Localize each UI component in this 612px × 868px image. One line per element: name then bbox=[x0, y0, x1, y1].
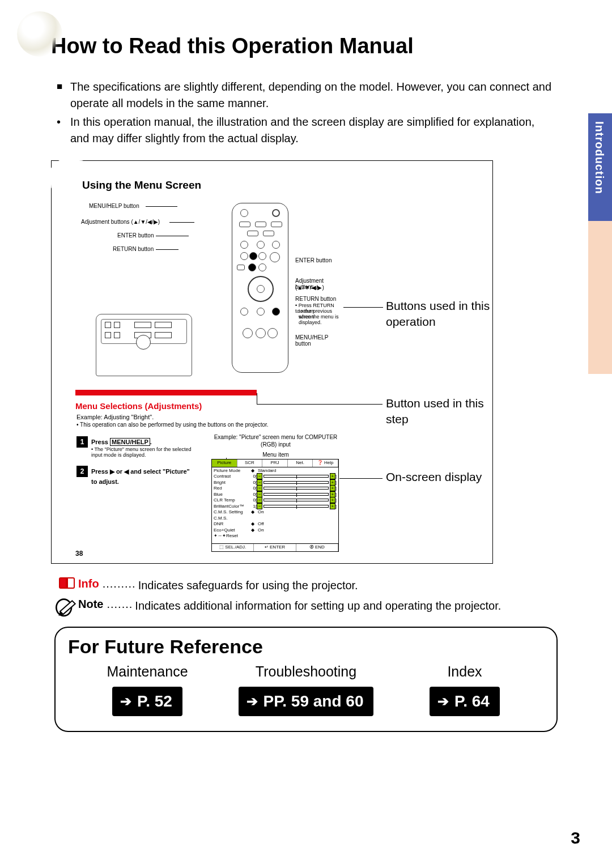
book-icon bbox=[56, 577, 78, 590]
osd-footer: ⬚ SEL./ADJ. ↵ ENTER ⦿ END bbox=[212, 543, 338, 551]
osd-row: C.M.S. Setting◆On bbox=[212, 509, 338, 516]
label-menu-help-r: MENU/HELP button bbox=[295, 334, 339, 347]
osd-mock: Example: "Picture" screen menu for COMPU… bbox=[211, 459, 339, 552]
page-ref-maintenance[interactable]: ➔ P. 52 bbox=[112, 687, 182, 716]
remote-button bbox=[240, 209, 248, 217]
annotation-line bbox=[343, 307, 383, 308]
remote-button bbox=[240, 241, 248, 249]
info-dots: ......... bbox=[103, 577, 136, 590]
osd-tab: PRJ bbox=[262, 459, 288, 467]
step-2: 2 Press ▶ or ◀ and select "Picture" to a… bbox=[76, 466, 196, 486]
panel-button bbox=[155, 332, 172, 338]
panel-button bbox=[114, 322, 120, 328]
return-hint-3: when the menu is bbox=[299, 314, 339, 320]
projector-illustration bbox=[96, 314, 192, 376]
step-number: 2 bbox=[76, 466, 88, 477]
remote-button bbox=[267, 328, 278, 338]
remote-button bbox=[249, 252, 257, 260]
osd-row: BrilliantColor™1[−+] bbox=[212, 503, 338, 509]
osd-row: Red0[−+] bbox=[212, 486, 338, 492]
osd-row: Blue0[−+] bbox=[212, 491, 338, 497]
page-ref-text: P. 52 bbox=[137, 692, 172, 710]
remote-button bbox=[255, 222, 266, 227]
osd-menu-item-label: Menu item bbox=[212, 452, 339, 458]
osd-tab: SCR bbox=[237, 459, 263, 467]
step-1-sub: • The "Picture" menu screen for the sele… bbox=[91, 446, 196, 458]
remote-diagram-area: MENU/HELP button Adjustment buttons (▲/▼… bbox=[79, 201, 339, 393]
remote-button bbox=[257, 308, 265, 316]
osd-row: Eco+Quiet◆On bbox=[212, 527, 338, 533]
remote-button bbox=[258, 263, 266, 271]
annotation-line bbox=[257, 404, 382, 405]
remote-button bbox=[237, 265, 245, 270]
info-label: Info bbox=[78, 577, 99, 590]
remote-button bbox=[270, 252, 280, 262]
label-return: RETURN button bbox=[113, 246, 154, 252]
osd-tab: Picture bbox=[212, 459, 237, 467]
note-dots: ....... bbox=[107, 598, 133, 611]
label-enter: ENTER button bbox=[117, 232, 154, 239]
info-text: Indicates safeguards for using the proje… bbox=[138, 577, 358, 593]
osd-footer-end: ⦿ END bbox=[296, 544, 338, 551]
leader-line bbox=[146, 206, 177, 207]
leader-line bbox=[169, 222, 194, 223]
future-columns: Maintenance ➔ P. 52 Troubleshooting ➔ PP… bbox=[68, 663, 544, 716]
decorative-glow bbox=[17, 11, 62, 57]
future-label: Index bbox=[385, 663, 544, 680]
osd-row: Bright0[−+] bbox=[212, 479, 338, 486]
osd-row: DNR◆Off bbox=[212, 521, 338, 527]
arrow-right-icon: ➔ bbox=[246, 693, 258, 709]
remote-button bbox=[272, 209, 280, 217]
panel-button bbox=[134, 322, 151, 328]
remote-button bbox=[240, 308, 248, 316]
osd-tab: ❓ Help bbox=[313, 459, 338, 467]
red-bar bbox=[75, 390, 257, 395]
annotation-osd: On-screen display bbox=[386, 469, 482, 485]
osd-rows: Picture Mode◆StandardContrast0[−+]Bright… bbox=[212, 467, 338, 539]
future-label: Maintenance bbox=[68, 663, 227, 680]
page-ref-text: P. 64 bbox=[454, 692, 490, 710]
osd-row: C.M.S. bbox=[212, 515, 338, 521]
pencil-icon bbox=[56, 598, 78, 618]
remote-button bbox=[247, 231, 258, 236]
osd-footer-sel: ⬚ SEL./ADJ. bbox=[212, 544, 254, 551]
manual-page: Introduction How to Read this Operation … bbox=[0, 0, 612, 868]
step-1: 1 Press MENU/HELP. • The "Picture" menu … bbox=[76, 436, 196, 458]
diagram-box: Using the Menu Screen MENU/HELP button A… bbox=[51, 160, 493, 564]
remote-button bbox=[257, 241, 265, 249]
osd-tabs: Picture SCR PRJ Net. ❓ Help bbox=[212, 459, 338, 467]
remote-button bbox=[271, 222, 282, 227]
page-ref-index[interactable]: ➔ P. 64 bbox=[430, 687, 500, 716]
label-enter-r: ENTER button bbox=[295, 257, 332, 263]
remote-button bbox=[248, 263, 256, 271]
arrow-right-icon: ➔ bbox=[120, 693, 131, 709]
future-col-maintenance: Maintenance ➔ P. 52 bbox=[68, 663, 227, 716]
projector-nav-ring bbox=[136, 335, 151, 350]
panel-button bbox=[155, 322, 172, 328]
remote-button bbox=[256, 328, 266, 338]
square-bullet-icon: ■ bbox=[57, 80, 70, 113]
label-return-r: RETURN button bbox=[295, 296, 336, 302]
future-reference-box: For Future Reference Maintenance ➔ P. 52… bbox=[54, 627, 558, 732]
future-col-troubleshooting: Troubleshooting ➔ PP. 59 and 60 bbox=[227, 663, 385, 716]
future-col-index: Index ➔ P. 64 bbox=[385, 663, 544, 716]
remote-button bbox=[258, 252, 266, 260]
intro-bullet-2: In this operation manual, the illustrati… bbox=[70, 114, 555, 147]
future-title: For Future Reference bbox=[68, 636, 544, 658]
osd-caption: Example: "Picture" screen menu for COMPU… bbox=[212, 433, 339, 448]
label-adj-buttons: Adjustment buttons (▲/▼/◀/▶) bbox=[81, 219, 160, 225]
return-hint-4: displayed. bbox=[299, 320, 322, 325]
section-tab-label: Introduction bbox=[593, 121, 606, 194]
note-legend-row: Note ....... Indicates additional inform… bbox=[56, 598, 544, 618]
page-number: 3 bbox=[571, 828, 580, 848]
label-menu-help: MENU/HELP button bbox=[89, 203, 139, 209]
osd-row: CLR Temp0[−+] bbox=[212, 497, 338, 504]
remote-enter-button bbox=[257, 285, 265, 293]
osd-row: Picture Mode◆Standard bbox=[212, 467, 338, 474]
page-ref-troubleshooting[interactable]: ➔ PP. 59 and 60 bbox=[239, 687, 374, 716]
step-number: 1 bbox=[76, 436, 88, 448]
intro-bullets: ■ The specifications are slightly differ… bbox=[57, 79, 555, 147]
remote-button bbox=[272, 308, 280, 316]
info-legend-row: Info ......... Indicates safeguards for … bbox=[56, 577, 544, 593]
intro-bullet-1: The specifications are slightly differen… bbox=[70, 79, 555, 112]
